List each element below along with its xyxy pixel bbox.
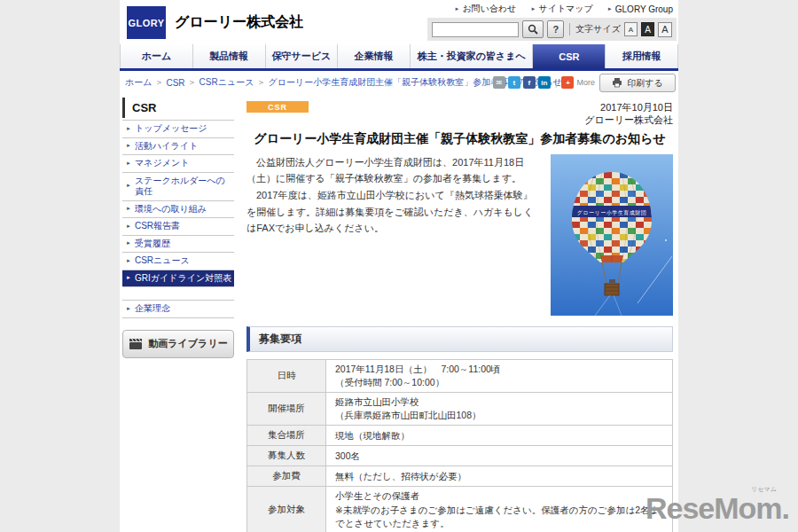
sidebar-item-label: ステークホルダーへの責任 (135, 176, 232, 198)
viewport: GLORY グローリー株式会社 ► お問い合わせ ► サイトマップ ► GLOR… (0, 0, 798, 532)
article-meta: 2017年10月10日 グローリー株式会社 (584, 101, 673, 127)
breadcrumb-row: ホーム ＞ CSR ＞ CSRニュース ＞ グローリー小学生育成財団主催「親子体… (120, 71, 678, 94)
arrow-icon: ► (126, 258, 131, 265)
global-nav: ホーム 製品情報 保守サービス 企業情報 株主・投資家の皆さまへ CSR 採用情… (120, 44, 678, 71)
glory-group-link[interactable]: ► GLORY Group (607, 3, 673, 15)
sitemap-link[interactable]: ► サイトマップ (530, 3, 592, 15)
share-more-icon[interactable]: + (561, 76, 574, 89)
company-name: グローリー株式会社 (175, 13, 303, 32)
breadcrumb-separator: ＞ (188, 76, 197, 89)
arrow-icon: ► (126, 160, 131, 168)
sidebar-title: CSR (122, 98, 234, 118)
table-row: 集合場所 現地（現地解散） (247, 426, 673, 446)
paragraph: 公益財団法人グローリー小学生育成財団は、2017年11月18日（土）に開催する「… (246, 154, 542, 187)
printer-icon (612, 78, 622, 88)
article-meta-row: CSR 2017年10月10日 グローリー株式会社 (246, 101, 673, 127)
glory-logo[interactable]: GLORY (127, 6, 166, 39)
print-button-label: 印刷する (627, 77, 662, 90)
divider: | (555, 78, 558, 88)
sitemap-link-label: サイトマップ (538, 3, 592, 15)
sidebar-item-label: 環境への取り組み (135, 204, 207, 215)
table-row: 募集人数 300名 (247, 446, 673, 466)
nav-item-maintenance[interactable]: 保守サービス (266, 44, 339, 68)
nav-item-corporate[interactable]: 企業情報 (338, 44, 411, 68)
sidebar-item-label: 企業理念 (135, 303, 170, 315)
paragraph: 2017年度は、姫路市立山田小学校において『熱気球搭乗体験』を開催します。詳細は… (246, 187, 542, 237)
row-value-line: 2017年11月18日（土） 7:00～11:00頃 (335, 363, 663, 376)
sidebar-menu: ► トップメッセージ ► 活動ハイライト ► マネジメント ► ステークホルダー… (122, 120, 234, 287)
resemom-ruby: リセマム (751, 486, 777, 492)
font-size-label: 文字サイズ (575, 23, 621, 35)
font-size-medium-button[interactable]: A (641, 22, 654, 36)
utility-links: ► お問い合わせ ► サイトマップ ► GLORY Group (455, 3, 673, 15)
nav-item-csr[interactable]: CSR (533, 44, 606, 68)
resemom-watermark: リセマム ReseMom. (645, 493, 789, 523)
arrow-icon: ► (607, 6, 613, 12)
row-value-line: ※未就学のお子さまのご参加はご遠慮ください。保護者の方のご参加は2名までとさせて… (335, 504, 663, 530)
share-more-label[interactable]: More (576, 78, 595, 87)
font-size-large-button[interactable]: A (658, 22, 672, 37)
article-company: グローリー株式会社 (584, 113, 673, 126)
search-help-button[interactable]: ? (547, 20, 564, 38)
sidebar-item-stakeholders[interactable]: ► ステークホルダーへの責任 (122, 173, 234, 201)
nav-item-investors[interactable]: 株主・投資家の皆さまへ (411, 44, 533, 68)
print-button[interactable]: 印刷する (599, 74, 676, 92)
row-value-line: 300名 (335, 450, 663, 463)
arrow-icon: ► (530, 6, 536, 12)
sidebar-item-highlights[interactable]: ► 活動ハイライト (122, 138, 234, 156)
search-icon (528, 24, 538, 35)
linkedin-icon[interactable]: in (538, 76, 551, 89)
balloon-basket (605, 284, 619, 295)
video-library-button[interactable]: 動画ライブラリー (122, 330, 234, 358)
site-column: GLORY グローリー株式会社 ► お問い合わせ ► サイトマップ ► GLOR… (120, 0, 678, 532)
content: CSR ► トップメッセージ ► 活動ハイライト ► マネジメント (120, 94, 678, 532)
row-value-line: 小学生とその保護者 (335, 489, 663, 503)
email-share-icon[interactable]: ✉ (493, 76, 505, 89)
article-date: 2017年10月10日 (584, 101, 673, 113)
glory-group-link-label: GLORY Group (615, 4, 673, 14)
sidebar: CSR ► トップメッセージ ► 活動ハイライト ► マネジメント (122, 98, 234, 358)
nav-item-recruit[interactable]: 採用情報 (606, 44, 678, 68)
font-size-small-button[interactable]: A (624, 22, 638, 36)
search-button[interactable] (522, 20, 544, 38)
row-label: 日時 (247, 359, 326, 392)
search-bar: ? 文字サイズ A A A (427, 18, 677, 41)
sidebar-item-management[interactable]: ► マネジメント (122, 155, 234, 173)
sidebar-item-top-message[interactable]: ► トップメッセージ (122, 121, 234, 138)
nav-item-products[interactable]: 製品情報 (193, 44, 266, 68)
csr-category-badge: CSR (246, 101, 309, 113)
table-row: 参加費 無料（ただし、招待状が必要） (247, 466, 673, 487)
requirements-table: 日時 2017年11月18日（土） 7:00～11:00頃 （受付時間 7:00… (246, 359, 673, 532)
row-label: 開催場所 (247, 393, 326, 426)
twitter-icon[interactable]: t (508, 76, 520, 89)
table-row: 参加対象 小学生とその保護者 ※未就学のお子さまのご参加はご遠慮ください。保護者… (247, 487, 673, 532)
row-label: 参加費 (247, 466, 326, 487)
arrow-icon: ► (455, 6, 460, 12)
breadcrumb-csr[interactable]: CSR (166, 78, 184, 88)
facebook-icon[interactable]: f (523, 76, 536, 89)
search-input[interactable] (432, 22, 519, 37)
sidebar-item-philosophy[interactable]: ► 企業理念 (122, 301, 234, 318)
arrow-icon: ► (126, 143, 131, 150)
row-label: 集合場所 (247, 426, 326, 446)
breadcrumb-home[interactable]: ホーム (125, 76, 152, 89)
breadcrumb-csr-news[interactable]: CSRニュース (200, 76, 254, 89)
sidebar-item-csr-report[interactable]: ► CSR報告書 (122, 218, 234, 236)
article-paragraphs: 公益財団法人グローリー小学生育成財団は、2017年11月18日（土）に開催する「… (246, 154, 542, 316)
contact-link[interactable]: ► お問い合わせ (455, 3, 517, 15)
breadcrumb-separator: ＞ (256, 76, 265, 89)
sidebar-item-gri-guideline[interactable]: ► GRIガイドライン対照表 (122, 270, 234, 288)
arrow-icon: ► (126, 240, 131, 247)
contact-link-label: お問い合わせ (463, 3, 517, 15)
sidebar-item-awards[interactable]: ► 受賞履歴 (122, 236, 234, 254)
balloon-photo: グローリー小学生育成財団 (551, 154, 673, 316)
main-article: CSR 2017年10月10日 グローリー株式会社 グローリー小学生育成財団主催… (234, 98, 678, 532)
section-header-requirements: 募集要項 (246, 326, 673, 352)
sidebar-item-csr-news[interactable]: ► CSRニュース (122, 253, 234, 270)
row-value-line: （兵庫県姫路市山田町北山田108） (335, 409, 663, 422)
sidebar-item-environment[interactable]: ► 環境への取り組み (122, 201, 234, 219)
sidebar-item-label: 活動ハイライト (135, 141, 198, 153)
nav-item-home[interactable]: ホーム (120, 44, 193, 68)
video-library-icon (129, 338, 143, 350)
arrow-icon: ► (126, 306, 131, 313)
